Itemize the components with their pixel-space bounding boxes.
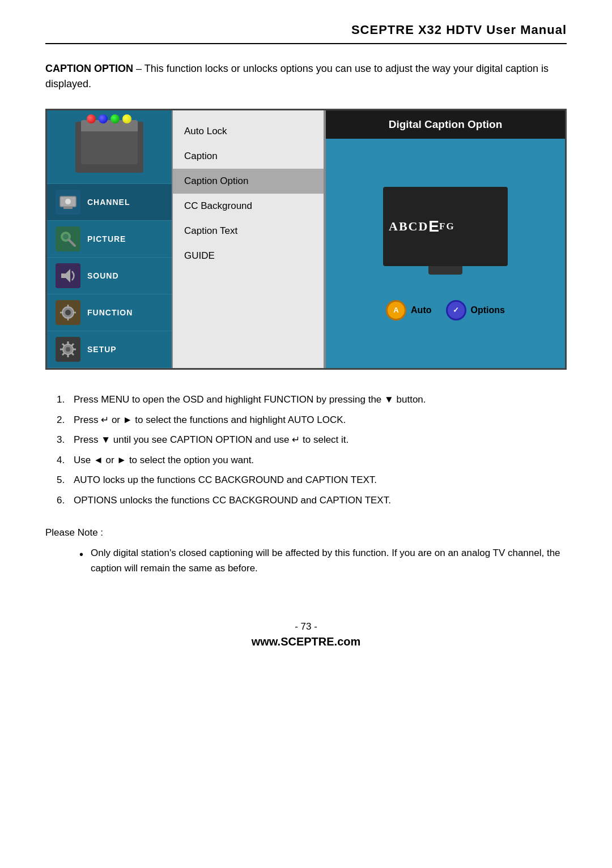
setup-icon (56, 337, 80, 362)
sidebar-item-setup[interactable]: SETUP (47, 331, 172, 368)
svg-line-22 (62, 353, 65, 355)
instruction-text-2: Press ↵ or ► to select the functions and… (74, 413, 567, 427)
instruction-5: 5. AUTO locks up the functions CC BACKGR… (45, 473, 567, 488)
instruction-text-5: AUTO locks up the functions CC BACKGROUN… (74, 473, 567, 488)
ball-red (87, 114, 96, 123)
instruction-text-6: OPTIONS unlocks the functions CC BACKGRO… (74, 493, 567, 508)
intro-label: CAPTION OPTION (45, 63, 133, 74)
instruction-3: 3. Press ▼ until you see CAPTION OPTION … (45, 433, 567, 447)
instruction-2: 2. Press ↵ or ► to select the functions … (45, 413, 567, 427)
instruction-1: 1. Press MENU to open the OSD and highli… (45, 392, 567, 407)
instruction-num-1: 1. (45, 392, 74, 407)
svg-point-4 (63, 234, 69, 240)
note-title: Please Note : (45, 527, 567, 538)
intro-paragraph: CAPTION OPTION – This function locks or … (45, 61, 567, 92)
sidebar-label-setup: SETUP (87, 345, 117, 354)
note-section: Please Note : Only digital station's clo… (45, 527, 567, 576)
function-icon (56, 300, 80, 325)
toolbox-balls (87, 114, 131, 123)
ball-yellow (122, 114, 131, 123)
tv-letters: ABCD (389, 219, 428, 234)
ball-blue (99, 114, 108, 123)
osd-sidebar-top-image (47, 110, 172, 184)
instruction-num-6: 6. (45, 493, 74, 508)
toolbox-icon (75, 122, 143, 173)
instruction-text-3: Press ▼ until you see CAPTION OPTION and… (74, 433, 567, 447)
tv-letter-highlight: E (428, 217, 439, 236)
sidebar-label-channel: CHANNEL (87, 198, 130, 207)
svg-point-14 (66, 347, 70, 352)
options-button-icon: ✓ (446, 300, 466, 320)
osd-right-panel: Digital Caption Option ABCDE FG A Auto (325, 110, 565, 368)
tv-stand (428, 266, 462, 275)
sound-icon (56, 263, 80, 288)
instruction-6: 6. OPTIONS unlocks the functions CC BACK… (45, 493, 567, 508)
footer-url: www.SCEPTRE.com (45, 635, 567, 648)
menu-item-caption-text[interactable]: Caption Text (173, 219, 324, 243)
menu-item-autolock[interactable]: Auto Lock (173, 119, 324, 144)
instruction-num-2: 2. (45, 413, 74, 427)
right-panel-header: Digital Caption Option (326, 110, 565, 139)
svg-point-8 (65, 310, 71, 315)
svg-line-20 (71, 353, 74, 355)
page-footer: - 73 - www.SCEPTRE.com (45, 610, 567, 648)
sidebar-label-function: FUNCTION (87, 308, 133, 317)
title-text: SCEPTRE X32 HDTV User Manual (351, 23, 567, 37)
sidebar-item-function[interactable]: FUNCTION (47, 294, 172, 331)
auto-button-label: Auto (411, 305, 431, 315)
osd-sidebar: CHANNEL PICTURE SOUND FUNCTION SETUP (47, 110, 172, 368)
osd-menu-container: CHANNEL PICTURE SOUND FUNCTION SETUP (45, 109, 567, 370)
menu-item-guide[interactable]: GUIDE (173, 243, 324, 268)
sidebar-item-picture[interactable]: PICTURE (47, 221, 172, 258)
footer-page-number: - 73 - (45, 621, 567, 632)
osd-caption-buttons: A Auto ✓ Options (386, 300, 505, 320)
svg-line-5 (69, 240, 75, 246)
page-title: SCEPTRE X32 HDTV User Manual (45, 23, 567, 44)
tv-letters-2: FG (439, 221, 455, 232)
sidebar-item-channel[interactable]: CHANNEL (47, 184, 172, 221)
instruction-text-4: Use ◄ or ► to select the option you want… (74, 453, 567, 468)
svg-rect-1 (63, 207, 73, 209)
instruction-num-3: 3. (45, 433, 74, 447)
picture-icon (56, 226, 80, 251)
note-item-1: Only digital station's closed captioning… (79, 545, 567, 576)
options-button[interactable]: ✓ Options (446, 300, 505, 320)
instruction-num-5: 5. (45, 473, 74, 488)
sidebar-item-sound[interactable]: SOUND (47, 258, 172, 294)
svg-marker-6 (61, 269, 70, 283)
svg-point-2 (65, 199, 71, 204)
note-list: Only digital station's closed captioning… (45, 545, 567, 576)
options-button-label: Options (471, 305, 505, 315)
instruction-num-4: 4. (45, 453, 74, 468)
instruction-text-1: Press MENU to open the OSD and highlight… (74, 392, 567, 407)
right-panel-content: ABCDE FG A Auto ✓ Options (326, 139, 565, 368)
osd-menu-list: Auto Lock Caption Caption Option CC Back… (172, 110, 325, 368)
menu-item-cc-background[interactable]: CC Background (173, 194, 324, 219)
auto-button[interactable]: A Auto (386, 300, 431, 320)
channel-icon (56, 190, 80, 215)
menu-item-caption[interactable]: Caption (173, 144, 324, 169)
auto-button-icon: A (386, 300, 406, 320)
svg-line-19 (62, 344, 65, 346)
sidebar-label-sound: SOUND (87, 271, 119, 280)
tv-preview: ABCDE FG (383, 187, 508, 266)
sidebar-label-picture: PICTURE (87, 234, 126, 243)
menu-item-caption-option[interactable]: Caption Option (173, 169, 324, 194)
toolbox-body (81, 130, 138, 164)
ball-green (110, 114, 120, 123)
svg-line-21 (71, 344, 74, 346)
instruction-4: 4. Use ◄ or ► to select the option you w… (45, 453, 567, 468)
instructions-section: 1. Press MENU to open the OSD and highli… (45, 392, 567, 507)
